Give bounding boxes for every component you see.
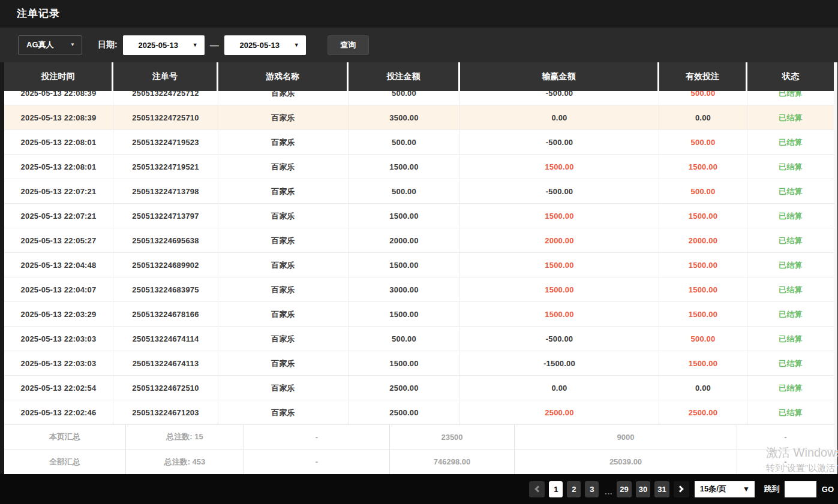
date-to-select[interactable]: 2025-05-13 ▼ bbox=[224, 35, 306, 55]
table-row[interactable]: 2025-05-13 22:03:03250513224674113百家乐150… bbox=[4, 351, 834, 376]
page-size-value: 15条/页 bbox=[700, 484, 726, 494]
cell-bet_no: 250513224725712 bbox=[113, 91, 218, 105]
cell-status: 已结算 bbox=[747, 179, 834, 204]
table-row[interactable]: 2025-05-13 22:03:29250513224678166百家乐150… bbox=[4, 302, 834, 327]
cell-valid: 500.00 bbox=[659, 327, 747, 351]
date-from-value: 2025-05-13 bbox=[138, 41, 178, 50]
cell-valid: 1500.00 bbox=[659, 351, 747, 376]
table-summary: 本页汇总总注数: 15-235009000-全部汇总总注数: 453-74629… bbox=[4, 425, 834, 474]
chevron-down-icon: ▼ bbox=[743, 485, 750, 493]
cell-status: 已结算 bbox=[747, 130, 834, 155]
cell-winloss: 1500.00 bbox=[460, 277, 659, 302]
next-page-button[interactable] bbox=[674, 481, 689, 497]
cell-time: 2025-05-13 22:04:07 bbox=[4, 277, 113, 302]
cell-game: 百家乐 bbox=[218, 351, 349, 376]
cell-game: 百家乐 bbox=[218, 179, 349, 204]
jump-page-input[interactable] bbox=[785, 481, 816, 497]
table-row[interactable]: 2025-05-13 22:05:27250513224695638百家乐200… bbox=[4, 228, 834, 253]
cell-status: 已结算 bbox=[747, 105, 834, 130]
cell-bet: 1500.00 bbox=[349, 351, 460, 376]
cell-time: 2025-05-13 22:08:01 bbox=[4, 130, 113, 155]
date-from-select[interactable]: 2025-05-13 ▼ bbox=[123, 35, 205, 55]
cell-bet: 500.00 bbox=[349, 179, 460, 204]
query-button[interactable]: 查询 bbox=[328, 35, 369, 55]
table-row[interactable]: 2025-05-13 22:03:03250513224674114百家乐500… bbox=[4, 327, 834, 351]
table-row[interactable]: 2025-05-13 22:08:39250513224725710百家乐350… bbox=[4, 105, 834, 130]
table-row[interactable]: 2025-05-13 22:08:01250513224719523百家乐500… bbox=[4, 130, 834, 155]
page-button-29[interactable]: 29 bbox=[617, 481, 631, 497]
cell-bet: 3000.00 bbox=[349, 277, 460, 302]
cell-bet: 500.00 bbox=[349, 327, 460, 351]
table-row[interactable]: 2025-05-13 22:04:07250513224683975百家乐300… bbox=[4, 277, 834, 302]
cell-bet: 3500.00 bbox=[349, 105, 460, 130]
cell-valid: 2000.00 bbox=[659, 228, 747, 253]
cell-bet_no: 250513224725710 bbox=[113, 105, 218, 130]
page-size-select[interactable]: 15条/页 ▼ bbox=[695, 481, 755, 497]
page-button-1[interactable]: 1 bbox=[549, 481, 563, 497]
cell-game: 百家乐 bbox=[218, 228, 349, 253]
cell-status: 已结算 bbox=[747, 351, 834, 376]
cell-valid: 1500.00 bbox=[659, 302, 747, 327]
summary-cell: 23500 bbox=[390, 425, 515, 449]
summary-cell: - bbox=[737, 449, 834, 474]
prev-page-button[interactable] bbox=[529, 481, 545, 497]
cell-bet_no: 250513224689902 bbox=[113, 253, 218, 277]
cell-winloss: 1500.00 bbox=[460, 204, 659, 228]
summary-cell: 全部汇总 bbox=[4, 449, 126, 474]
cell-bet_no: 250513224674114 bbox=[113, 327, 218, 351]
page-button-31[interactable]: 31 bbox=[654, 481, 669, 497]
table-row[interactable]: 2025-05-13 22:02:46250513224671203百家乐250… bbox=[4, 400, 834, 425]
cell-status: 已结算 bbox=[747, 302, 834, 327]
cell-time: 2025-05-13 22:03:29 bbox=[4, 302, 113, 327]
page-button-3[interactable]: 3 bbox=[585, 481, 599, 497]
summary-cell: 总注数: 15 bbox=[126, 425, 244, 449]
cell-valid: 1500.00 bbox=[659, 155, 747, 179]
cell-valid: 500.00 bbox=[659, 179, 747, 204]
cell-winloss: 1500.00 bbox=[460, 253, 659, 277]
cell-valid: 500.00 bbox=[659, 91, 747, 105]
table-row[interactable]: 2025-05-13 22:04:48250513224689902百家乐150… bbox=[4, 253, 834, 277]
page-button-2[interactable]: 2 bbox=[567, 481, 581, 497]
cell-game: 百家乐 bbox=[218, 277, 349, 302]
table-scrollbar[interactable] bbox=[834, 62, 837, 474]
cell-bet_no: 250513224683975 bbox=[113, 277, 218, 302]
cell-status: 已结算 bbox=[747, 327, 834, 351]
column-header: 游戏名称 bbox=[218, 62, 349, 91]
cell-time: 2025-05-13 22:07:21 bbox=[4, 179, 113, 204]
cell-game: 百家乐 bbox=[218, 155, 349, 179]
summary-cell: 746298.00 bbox=[390, 449, 515, 474]
cell-winloss: 0.00 bbox=[460, 376, 659, 400]
page-button-30[interactable]: 30 bbox=[636, 481, 650, 497]
column-header: 注单号 bbox=[113, 62, 218, 91]
cell-bet: 2500.00 bbox=[349, 400, 460, 425]
cell-valid: 500.00 bbox=[659, 130, 747, 155]
cell-bet: 1500.00 bbox=[349, 204, 460, 228]
cell-time: 2025-05-13 22:03:03 bbox=[4, 351, 113, 376]
cell-bet_no: 250513224672510 bbox=[113, 376, 218, 400]
column-header: 投注金额 bbox=[349, 62, 460, 91]
table-row[interactable]: 2025-05-13 22:02:54250513224672510百家乐250… bbox=[4, 376, 834, 400]
summary-cell: 本页汇总 bbox=[4, 425, 126, 449]
platform-select[interactable]: AG真人 ▼ bbox=[18, 35, 82, 55]
cell-winloss: -500.00 bbox=[460, 327, 659, 351]
cell-bet_no: 250513224719521 bbox=[113, 155, 218, 179]
chevron-down-icon: ▼ bbox=[294, 43, 299, 48]
cell-winloss: -500.00 bbox=[460, 91, 659, 105]
cell-bet_no: 250513224678166 bbox=[113, 302, 218, 327]
table-row[interactable]: 2025-05-13 22:07:21250513224713798百家乐500… bbox=[4, 179, 834, 204]
table-row[interactable]: 2025-05-13 22:08:01250513224719521百家乐150… bbox=[4, 155, 834, 179]
summary-cell: - bbox=[244, 449, 390, 474]
cell-status: 已结算 bbox=[747, 91, 834, 105]
bet-record-table: 投注时间注单号游戏名称投注金额输赢金额有效投注状态 2025-05-13 22:… bbox=[4, 62, 834, 474]
column-header: 投注时间 bbox=[4, 62, 113, 91]
page-header: 注单记录 bbox=[0, 0, 838, 28]
column-header: 状态 bbox=[747, 62, 834, 91]
summary-cell: 总注数: 453 bbox=[126, 449, 244, 474]
table-row[interactable]: 2025-05-13 22:07:21250513224713797百家乐150… bbox=[4, 204, 834, 228]
date-to-value: 2025-05-13 bbox=[239, 41, 280, 50]
cell-bet: 500.00 bbox=[349, 130, 460, 155]
table-row[interactable]: 2025-05-13 22:08:39250513224725712百家乐500… bbox=[4, 91, 834, 105]
summary-cell: - bbox=[244, 425, 390, 449]
cell-game: 百家乐 bbox=[218, 204, 349, 228]
go-button[interactable]: GO bbox=[822, 485, 834, 494]
